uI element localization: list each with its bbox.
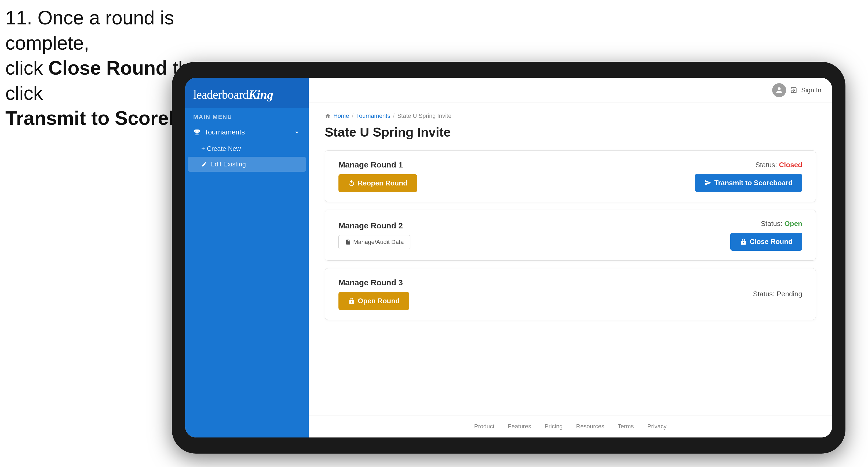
round-3-card: Manage Round 3 Open Round Status: Pendin… bbox=[325, 268, 816, 320]
sidebar-edit-existing-item[interactable]: Edit Existing bbox=[188, 157, 306, 172]
footer-pricing[interactable]: Pricing bbox=[545, 423, 563, 430]
round-1-card: Manage Round 1 Reopen Round Status: Clos… bbox=[325, 150, 816, 202]
open-round-icon bbox=[348, 298, 355, 305]
user-icon bbox=[775, 86, 783, 94]
logo-leaderboard-text: leaderboard bbox=[193, 88, 249, 101]
close-round-icon bbox=[740, 238, 747, 245]
trophy-icon bbox=[193, 129, 201, 136]
edit-icon bbox=[201, 161, 207, 167]
round-2-status-value: Open bbox=[784, 220, 802, 227]
user-avatar bbox=[772, 83, 786, 97]
round-1-left: Manage Round 1 Reopen Round bbox=[338, 160, 417, 192]
round-3-status-value: Pending bbox=[777, 290, 802, 298]
sidebar-tournaments-inner: Tournaments bbox=[193, 128, 245, 136]
round-2-right: Status: Open Close Round bbox=[730, 220, 802, 251]
round-1-status-value: Closed bbox=[779, 161, 802, 169]
instruction-line1: 11. Once a round is complete, bbox=[5, 5, 247, 56]
round-3-title: Manage Round 3 bbox=[338, 278, 409, 287]
main-menu-label: MAIN MENU bbox=[185, 108, 309, 123]
round-2-left: Manage Round 2 Manage/Audit Data bbox=[338, 221, 410, 249]
round-1-right: Status: Closed Transmit to Scoreboard bbox=[695, 161, 802, 192]
round-3-left: Manage Round 3 Open Round bbox=[338, 278, 409, 310]
tablet-screen: leaderboardKing MAIN MENU Tournaments + … bbox=[185, 78, 832, 437]
sidebar-tournaments-item[interactable]: Tournaments bbox=[185, 123, 309, 141]
main-content: Sign In Home / Tournaments / State U Spr… bbox=[309, 78, 832, 437]
sidebar-create-new-item[interactable]: + Create New bbox=[185, 141, 309, 156]
footer-privacy[interactable]: Privacy bbox=[647, 423, 666, 430]
round-2-status: Status: Open bbox=[761, 220, 802, 228]
tablet-device: leaderboardKing MAIN MENU Tournaments + … bbox=[172, 62, 845, 454]
transmit-icon bbox=[705, 179, 712, 186]
footer-product[interactable]: Product bbox=[474, 423, 494, 430]
round-2-title: Manage Round 2 bbox=[338, 221, 410, 230]
breadcrumb-home[interactable]: Home bbox=[333, 113, 349, 119]
app-logo: leaderboardKing bbox=[193, 88, 301, 102]
home-breadcrumb-icon bbox=[325, 113, 331, 119]
sign-in-icon bbox=[790, 86, 798, 94]
footer-resources[interactable]: Resources bbox=[576, 423, 604, 430]
round-1-status: Status: Closed bbox=[755, 161, 802, 169]
sign-in-label: Sign In bbox=[801, 86, 821, 94]
page-content: Home / Tournaments / State U Spring Invi… bbox=[309, 103, 832, 415]
reopen-icon bbox=[348, 180, 355, 187]
footer-features[interactable]: Features bbox=[508, 423, 531, 430]
logo-king-text: King bbox=[249, 88, 273, 101]
transmit-to-scoreboard-button[interactable]: Transmit to Scoreboard bbox=[695, 174, 802, 192]
breadcrumb-tournaments[interactable]: Tournaments bbox=[356, 113, 390, 119]
sidebar-logo: leaderboardKing bbox=[185, 78, 309, 108]
round-3-status: Status: Pending bbox=[753, 290, 802, 298]
manage-audit-icon bbox=[345, 239, 351, 245]
footer: Product Features Pricing Resources Terms… bbox=[309, 415, 832, 437]
close-round-button[interactable]: Close Round bbox=[730, 233, 802, 251]
page-title: State U Spring Invite bbox=[325, 125, 816, 139]
manage-audit-button[interactable]: Manage/Audit Data bbox=[338, 235, 410, 249]
round-2-card: Manage Round 2 Manage/Audit Data Status:… bbox=[325, 210, 816, 260]
footer-terms[interactable]: Terms bbox=[618, 423, 634, 430]
sidebar-create-new-label: + Create New bbox=[201, 145, 241, 152]
breadcrumb: Home / Tournaments / State U Spring Invi… bbox=[325, 113, 816, 119]
close-round-highlight: Close Round bbox=[48, 57, 167, 79]
breadcrumb-current: State U Spring Invite bbox=[397, 113, 452, 119]
breadcrumb-sep2: / bbox=[393, 113, 395, 119]
reopen-round-button[interactable]: Reopen Round bbox=[338, 174, 417, 192]
round-3-right: Status: Pending bbox=[753, 290, 802, 298]
sidebar-tournaments-label: Tournaments bbox=[205, 128, 245, 136]
top-nav: Sign In bbox=[309, 78, 832, 103]
chevron-down-icon bbox=[293, 129, 301, 136]
open-round-button[interactable]: Open Round bbox=[338, 292, 409, 310]
app-container: leaderboardKing MAIN MENU Tournaments + … bbox=[185, 78, 832, 437]
sidebar-edit-existing-label: Edit Existing bbox=[210, 160, 246, 168]
round-1-title: Manage Round 1 bbox=[338, 160, 417, 169]
sidebar: leaderboardKing MAIN MENU Tournaments + … bbox=[185, 78, 309, 437]
breadcrumb-sep1: / bbox=[352, 113, 353, 119]
sign-in-area[interactable]: Sign In bbox=[772, 83, 821, 97]
